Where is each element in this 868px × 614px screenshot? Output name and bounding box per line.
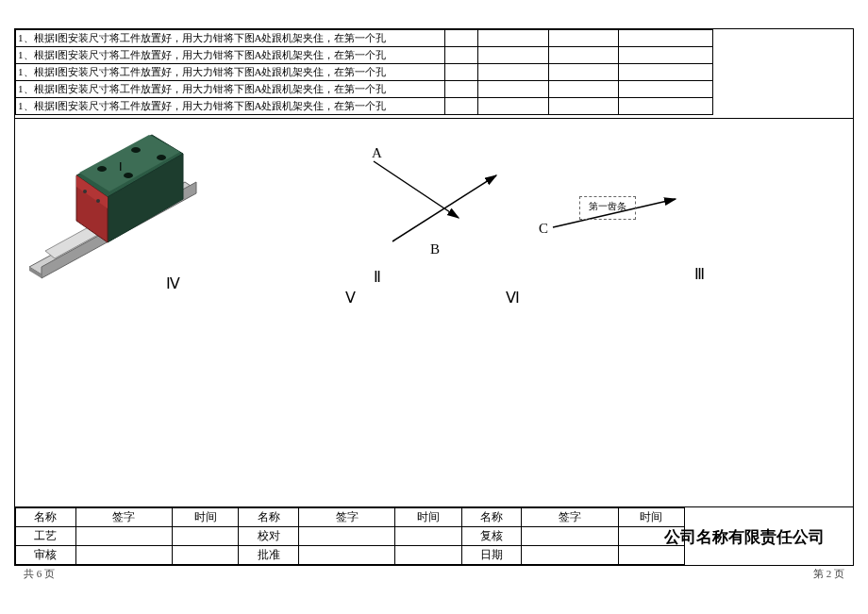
tb-cell: [522, 527, 618, 546]
tb-cell: [299, 527, 395, 546]
instruction-cell: 1、根据Ⅰ图安装尺寸将工件放置好，用大力钳将下图A处跟机架夹住，在第一个孔: [16, 30, 445, 47]
table-row: 1、根据Ⅰ图安装尺寸将工件放置好，用大力钳将下图A处跟机架夹住，在第一个孔: [16, 30, 713, 47]
tb-cell: [522, 546, 618, 565]
tb-cell: [173, 527, 239, 546]
tb-cell: 复核: [461, 527, 522, 546]
drawing-area: Ⅰ A B C 第一齿条 Ⅳ Ⅱ Ⅴ Ⅵ Ⅲ: [15, 119, 853, 496]
tb-cell: 时间: [395, 508, 461, 527]
title-block: 名称 签字 时间 名称 签字 时间 名称 签字 时间 工艺 校对 复核: [15, 506, 853, 565]
tb-cell: 工艺: [16, 527, 76, 546]
tb-cell: [173, 546, 239, 565]
tb-cell: [75, 546, 172, 565]
instruction-cell: 1、根据Ⅰ图安装尺寸将工件放置好，用大力钳将下图A处跟机架夹住，在第一个孔: [16, 64, 445, 81]
label-vi: Ⅵ: [506, 289, 520, 307]
drawing-frame: 1、根据Ⅰ图安装尺寸将工件放置好，用大力钳将下图A处跟机架夹住，在第一个孔 1、…: [14, 28, 854, 566]
annotation-arrows: [15, 119, 855, 496]
dashed-callout-box: 第一齿条: [579, 196, 636, 220]
tb-cell: 名称: [239, 508, 299, 527]
tb-cell: 时间: [618, 508, 684, 527]
tb-cell: [395, 546, 461, 565]
label-b: B: [430, 241, 440, 257]
instruction-cell: 1、根据Ⅰ图安装尺寸将工件放置好，用大力钳将下图A处跟机架夹住，在第一个孔: [16, 47, 445, 64]
table-row: 审核 批准 日期: [16, 546, 685, 565]
svg-line-17: [392, 175, 496, 241]
tb-cell: 签字: [75, 508, 172, 527]
tb-cell: 时间: [173, 508, 239, 527]
tb-cell: 校对: [239, 527, 299, 546]
tb-cell: 名称: [16, 508, 76, 527]
tb-cell: [75, 527, 172, 546]
label-iv: Ⅳ: [166, 274, 180, 292]
tb-cell: 审核: [16, 546, 76, 565]
tb-cell: 批准: [239, 546, 299, 565]
label-c: C: [539, 221, 548, 237]
footer-page-number: 第 2 页: [813, 567, 844, 581]
label-v: Ⅴ: [345, 289, 356, 307]
label-a: A: [372, 145, 382, 161]
label-ii: Ⅱ: [374, 268, 381, 286]
instruction-cell: 1、根据Ⅰ图安装尺寸将工件放置好，用大力钳将下图A处跟机架夹住，在第一个孔: [16, 98, 445, 115]
table-row: 1、根据Ⅰ图安装尺寸将工件放置好，用大力钳将下图A处跟机架夹住，在第一个孔: [16, 64, 713, 81]
title-block-table: 名称 签字 时间 名称 签字 时间 名称 签字 时间 工艺 校对 复核: [15, 507, 685, 565]
tb-cell: 签字: [299, 508, 395, 527]
footer-total-pages: 共 6 页: [24, 567, 55, 581]
svg-line-16: [374, 161, 459, 218]
table-row: 1、根据Ⅰ图安装尺寸将工件放置好，用大力钳将下图A处跟机架夹住，在第一个孔: [16, 47, 713, 64]
table-row: 1、根据Ⅰ图安装尺寸将工件放置好，用大力钳将下图A处跟机架夹住，在第一个孔: [16, 81, 713, 98]
tb-cell: 签字: [522, 508, 618, 527]
company-name: 公司名称有限责任公司: [664, 526, 825, 548]
table-row: 工艺 校对 复核: [16, 527, 685, 546]
tb-cell: [395, 527, 461, 546]
tb-cell: [299, 546, 395, 565]
instruction-table: 1、根据Ⅰ图安装尺寸将工件放置好，用大力钳将下图A处跟机架夹住，在第一个孔 1、…: [15, 29, 713, 115]
instruction-cell: 1、根据Ⅰ图安装尺寸将工件放置好，用大力钳将下图A处跟机架夹住，在第一个孔: [16, 81, 445, 98]
table-row: 名称 签字 时间 名称 签字 时间 名称 签字 时间: [16, 508, 685, 527]
label-iii: Ⅲ: [694, 265, 705, 283]
table-row: 1、根据Ⅰ图安装尺寸将工件放置好，用大力钳将下图A处跟机架夹住，在第一个孔: [16, 98, 713, 115]
tb-cell: [618, 546, 684, 565]
tb-cell: 日期: [461, 546, 522, 565]
page-footer: 共 6 页 第 2 页: [24, 567, 844, 581]
tb-cell: 名称: [461, 508, 522, 527]
